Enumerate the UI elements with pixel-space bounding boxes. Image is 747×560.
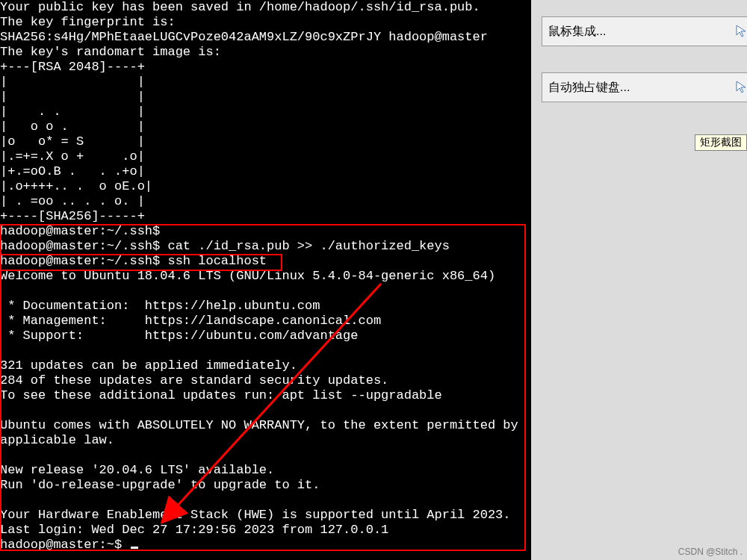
auto-capture-keyboard-button[interactable]: 自动独占键盘... <box>542 72 747 102</box>
cursor <box>131 547 138 549</box>
watermark: CSDN @Stitch . <box>678 547 743 557</box>
snip-tooltip: 矩形截图 <box>695 134 747 151</box>
vm-side-panel: 鼠标集成... 自动独占键盘... 矩形截图 <box>531 0 747 560</box>
terminal-window[interactable]: Your public key has been saved in /home/… <box>0 0 531 560</box>
prompt-text: hadoop@master:~$ <box>0 538 129 552</box>
mouse-integration-button[interactable]: 鼠标集成... <box>542 16 747 46</box>
snip-tooltip-label: 矩形截图 <box>700 136 742 148</box>
root: Your public key has been saved in /home/… <box>0 0 747 560</box>
auto-capture-keyboard-label: 自动独占键盘... <box>548 80 630 96</box>
pointer-icon <box>735 80 747 93</box>
mouse-integration-label: 鼠标集成... <box>548 24 606 40</box>
watermark-text: CSDN @Stitch . <box>678 547 743 557</box>
pointer-icon <box>735 24 747 37</box>
terminal-output: Your public key has been saved in /home/… <box>0 0 531 538</box>
terminal-prompt: hadoop@master:~$ <box>0 538 531 553</box>
